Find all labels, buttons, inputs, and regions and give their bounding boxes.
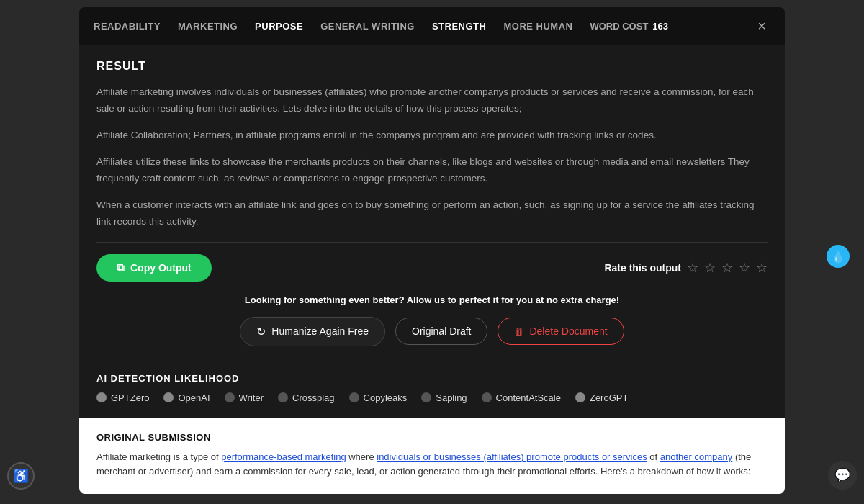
delete-document-label: Delete Document <box>529 325 607 337</box>
detector-sapling: Sapling <box>421 392 467 403</box>
ai-detection-section: AI DETECTION LIKELIHOOD GPTZero OpenAI W… <box>96 361 768 403</box>
original-text-3: of <box>647 451 660 462</box>
main-modal: READABILITY MARKETING PURPOSE GENERAL WR… <box>79 7 785 494</box>
result-paragraph-3: Affiliates utilize these links to showca… <box>96 154 768 187</box>
original-text-start: Affiliate marketing is a type of <box>96 451 221 462</box>
original-text-link-2: individuals or businesses (affiliates) p… <box>377 451 647 462</box>
tab-readability[interactable]: READABILITY <box>94 21 161 32</box>
humanize-again-label: Humanize Again Free <box>271 325 369 337</box>
detector-dot-writer <box>225 392 235 402</box>
detector-writer: Writer <box>225 392 264 403</box>
detector-label-openai: OpenAI <box>178 392 210 403</box>
original-submission-section: ORIGINAL SUBMISSION Affiliate marketing … <box>79 418 785 495</box>
original-submission-heading: ORIGINAL SUBMISSION <box>96 432 768 443</box>
word-cost-value: 163 <box>652 21 668 32</box>
result-paragraph-1: Affiliate marketing involves individuals… <box>96 84 768 117</box>
detector-dot-sapling <box>421 392 431 402</box>
ai-detectors-list: GPTZero OpenAI Writer Crossplag <box>96 392 768 403</box>
detector-label-sapling: Sapling <box>436 392 467 403</box>
copy-output-button[interactable]: ⧉ Copy Output <box>96 254 212 282</box>
detector-dot-crossplag <box>278 392 288 402</box>
star-1[interactable]: ☆ <box>687 260 698 276</box>
water-drop-icon: 💧 <box>827 245 850 268</box>
chat-bubble-button[interactable]: 💬 <box>828 461 857 490</box>
detector-dot-gptzero <box>96 392 107 402</box>
detector-label-zerogpt: ZeroGPT <box>590 392 628 403</box>
section-divider <box>96 242 768 243</box>
detector-crossplag: Crossplag <box>278 392 335 403</box>
copy-rating-row: ⧉ Copy Output Rate this output ☆ ☆ ☆ ☆ ☆ <box>96 254 768 282</box>
result-paragraph-2: Affiliate Collaboration; Partners, in af… <box>96 127 768 144</box>
detector-label-writer: Writer <box>239 392 264 403</box>
modal-overlay: READABILITY MARKETING PURPOSE GENERAL WR… <box>0 0 864 504</box>
refresh-icon: ↻ <box>256 325 266 338</box>
detector-label-contentatscale: ContentAtScale <box>496 392 561 403</box>
original-text-link-1: performance-based marketing <box>221 451 346 462</box>
tab-marketing[interactable]: MARKETING <box>178 21 238 32</box>
result-content: Affiliate marketing involves individuals… <box>96 84 768 230</box>
rating-section: Rate this output ☆ ☆ ☆ ☆ ☆ <box>604 260 768 276</box>
header-tabs: READABILITY MARKETING PURPOSE GENERAL WR… <box>94 21 668 32</box>
original-submission-text: Affiliate marketing is a type of perform… <box>96 450 768 480</box>
promo-text: Looking for something even better? Allow… <box>96 294 768 305</box>
detector-label-gptzero: GPTZero <box>111 392 149 403</box>
detector-copyleaks: Copyleaks <box>349 392 408 403</box>
delete-document-button[interactable]: 🗑 Delete Document <box>498 318 624 345</box>
action-buttons-row: ↻ Humanize Again Free Original Draft 🗑 D… <box>96 317 768 346</box>
original-text-2: where <box>346 451 377 462</box>
detector-label-copyleaks: Copyleaks <box>364 392 408 403</box>
ai-detection-heading: AI DETECTION LIKELIHOOD <box>96 373 768 384</box>
modal-body: RESULT Affiliate marketing involves indi… <box>79 45 785 418</box>
detector-dot-copyleaks <box>349 392 359 402</box>
detector-dot-openai <box>163 392 174 402</box>
close-button[interactable]: × <box>753 17 770 35</box>
tab-purpose[interactable]: PURPOSE <box>255 21 303 32</box>
original-draft-button[interactable]: Original Draft <box>395 318 487 345</box>
detector-openai: OpenAI <box>163 392 210 403</box>
rate-label: Rate this output <box>604 262 681 274</box>
star-5[interactable]: ☆ <box>756 260 768 276</box>
detector-dot-zerogpt <box>575 392 585 402</box>
detector-contentatscale: ContentAtScale <box>482 392 561 403</box>
result-paragraph-4: When a customer interacts with an affili… <box>96 197 768 230</box>
star-3[interactable]: ☆ <box>721 260 733 276</box>
original-text-link-3: another company <box>660 451 732 462</box>
detector-label-crossplag: Crossplag <box>292 392 335 403</box>
tab-more-human[interactable]: MORE HUMAN <box>503 21 572 32</box>
modal-header: READABILITY MARKETING PURPOSE GENERAL WR… <box>79 7 785 45</box>
original-draft-label: Original Draft <box>412 325 471 337</box>
humanize-again-button[interactable]: ↻ Humanize Again Free <box>240 317 385 346</box>
trash-icon: 🗑 <box>514 326 523 337</box>
accessibility-button[interactable]: ♿ <box>7 462 35 490</box>
word-cost-label: WORD COST <box>590 21 648 32</box>
star-4[interactable]: ☆ <box>739 260 750 276</box>
star-2[interactable]: ☆ <box>704 260 716 276</box>
detector-gptzero: GPTZero <box>96 392 149 403</box>
tab-general-writing[interactable]: GENERAL WRITING <box>320 21 415 32</box>
detector-zerogpt: ZeroGPT <box>575 392 628 403</box>
copy-output-label: Copy Output <box>130 262 192 274</box>
tab-strength[interactable]: STRENGTH <box>432 21 487 32</box>
copy-icon: ⧉ <box>117 261 125 274</box>
result-heading: RESULT <box>96 60 768 73</box>
detector-dot-contentatscale <box>482 392 492 402</box>
word-cost-section: WORD COST 163 <box>590 21 668 32</box>
